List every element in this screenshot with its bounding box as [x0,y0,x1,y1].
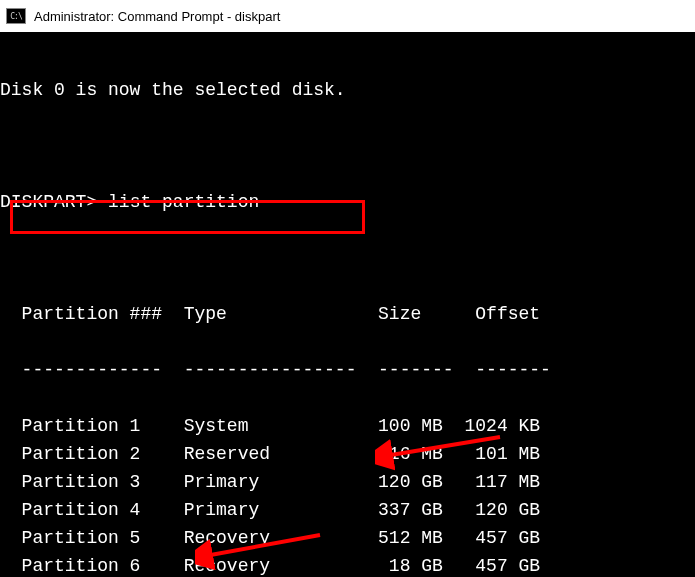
table-header: Partition ### Type Size Offset [0,300,695,328]
table-divider: ------------- ---------------- ------- -… [0,356,695,384]
command-text: list partition [108,192,259,212]
blank-line [0,132,695,160]
table-row: Partition 2 Reserved 16 MB 101 MB [0,440,695,468]
cmd-icon: C:\ [6,8,26,24]
table-row: Partition 6 Recovery 18 GB 457 GB [0,552,695,577]
blank-line [0,244,695,272]
window-titlebar[interactable]: C:\ Administrator: Command Prompt - disk… [0,0,695,32]
terminal-output[interactable]: Disk 0 is now the selected disk. DISKPAR… [0,32,695,577]
output-line: Disk 0 is now the selected disk. [0,76,695,104]
prompt: DISKPART> [0,192,108,212]
prompt-line: DISKPART> list partition [0,188,695,216]
table-row: Partition 5 Recovery 512 MB 457 GB [0,524,695,552]
table-row: Partition 3 Primary 120 GB 117 MB [0,468,695,496]
window-title: Administrator: Command Prompt - diskpart [34,9,280,24]
table-row: Partition 4 Primary 337 GB 120 GB [0,496,695,524]
table-row: Partition 1 System 100 MB 1024 KB [0,412,695,440]
